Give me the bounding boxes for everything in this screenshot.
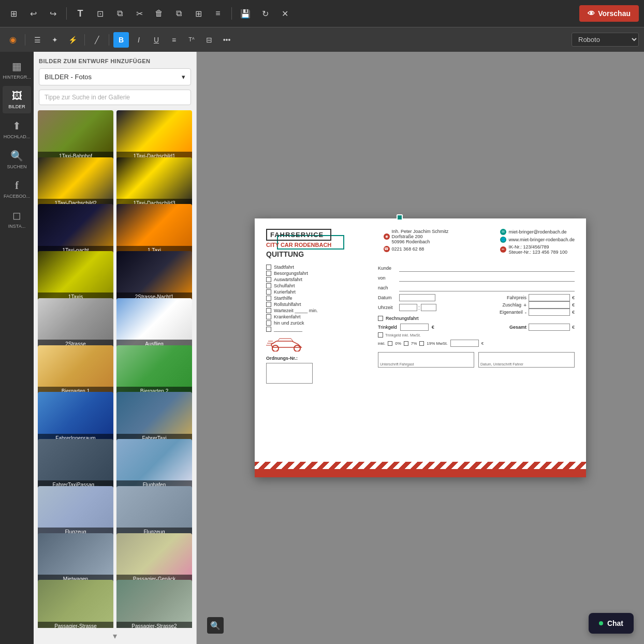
input-nach[interactable] [399, 284, 575, 291]
close-icon[interactable]: ✕ [276, 5, 293, 22]
image-item[interactable]: 2Strasse-Nacht1 [116, 251, 192, 301]
preview-button[interactable]: 👁 Vorschau [579, 5, 639, 22]
copy-icon[interactable]: ⧉ [111, 5, 128, 22]
panel-search[interactable]: Tippe zur Suche in der Gallerie [39, 90, 191, 105]
image-item[interactable]: FahrerInnenraum [38, 392, 113, 442]
input-kunde[interactable] [399, 265, 575, 272]
image-item[interactable]: Biergarten 1 [38, 345, 113, 396]
redo-icon[interactable]: ↪ [45, 5, 61, 22]
input-datum[interactable] [399, 294, 435, 301]
checkbox[interactable] [266, 327, 271, 332]
checkbox[interactable] [266, 283, 271, 288]
color-icon[interactable]: ◉ [5, 32, 21, 48]
label-eigenanteil: Eigenanteil [500, 310, 523, 315]
cb-mwst7[interactable] [404, 341, 408, 346]
cb-mwst19[interactable] [419, 341, 424, 346]
sig-fahrer-box: Datum, Unterschrift Fahrer [478, 352, 575, 368]
layers-icon[interactable]: ≡ [210, 5, 226, 22]
image-item[interactable]: 1Taxis [38, 251, 113, 301]
sidebar-item-search[interactable]: 🔍 SUCHEN [3, 145, 31, 173]
canvas-area[interactable]: FAHRSERVICE CITY CAR RODENBACH QUITTUNG … [197, 52, 644, 644]
sidebar-item-instagram[interactable]: ◻ INSTA... [3, 205, 31, 233]
image-item[interactable]: 1Taxi-nacht [38, 204, 113, 254]
font-selector[interactable]: Roboto [572, 33, 639, 47]
image-item[interactable]: FahrerTaxi [116, 392, 192, 442]
checkbox-label: Stadtfahrt [274, 265, 294, 270]
sidebar-label-images: BILDER [8, 104, 25, 109]
checkbox[interactable] [266, 302, 271, 307]
image-item[interactable]: Passagier-Strasse2 [116, 580, 192, 628]
image-item[interactable]: Biergarten 2 [116, 345, 192, 396]
checkbox-label: Auswärtsfahrt [274, 277, 302, 282]
text-icon[interactable]: T [72, 5, 89, 22]
checkbox[interactable] [266, 314, 271, 319]
input-eigenanteil[interactable] [529, 309, 570, 316]
text-size-icon[interactable]: Tᴬ [184, 32, 199, 48]
image-item[interactable]: 1Taxi-Bahnhof [38, 110, 113, 160]
paste-icon[interactable]: ⧉ [170, 5, 187, 22]
refresh-icon[interactable]: ↻ [257, 5, 273, 22]
undo-icon[interactable]: ↩ [25, 5, 41, 22]
arrange-icon[interactable]: ⊞ [190, 5, 207, 22]
scissors-icon[interactable]: ✂ [131, 5, 148, 22]
text-box-icon[interactable]: ⊟ [201, 32, 217, 48]
order-input-box[interactable] [266, 363, 313, 384]
sidebar-item-images[interactable]: 🖼 BILDER [3, 86, 31, 113]
qr-icon[interactable]: ⊞ [5, 5, 22, 22]
image-item[interactable]: Flugzeug [38, 486, 113, 536]
sidebar-item-background[interactable]: ▦ HINTERGR... [3, 56, 31, 84]
image-item[interactable]: Flugzeug [116, 486, 192, 536]
image-item[interactable]: 1Taxi-Dachschild3 [116, 157, 192, 208]
input-uhrzeit-m[interactable] [421, 304, 436, 311]
flash-icon[interactable]: ⚡ [65, 32, 80, 48]
input-fahrpreis[interactable] [529, 294, 570, 301]
checkbox[interactable] [266, 296, 271, 301]
text-align-icon[interactable]: ≡ [166, 32, 182, 48]
checkbox[interactable] [266, 308, 271, 313]
cb-mwst0[interactable] [388, 341, 392, 346]
input-zuschlag[interactable] [529, 301, 570, 309]
eraser-icon[interactable]: ╱ [89, 32, 105, 48]
image-item[interactable]: Passagier-Strasse [38, 580, 113, 628]
image-item[interactable]: FahrerTaxiPassag... [38, 439, 113, 489]
input-mwst[interactable] [450, 340, 479, 347]
sparkle-icon[interactable]: ✦ [47, 32, 63, 48]
bold-button[interactable]: B [113, 32, 129, 48]
image-item[interactable]: 1Taxi-Dachschild1 [116, 110, 192, 160]
crop-icon[interactable]: ⊡ [92, 5, 108, 22]
contact-row-address: ◉ Inh. Peter Joachim Schmitz Dorfstraße … [384, 229, 449, 244]
image-item[interactable]: 1Taxi-Dachschild2 [38, 157, 113, 208]
chat-button[interactable]: Chat [589, 613, 634, 634]
image-item[interactable]: Passagier-Gepäck [116, 533, 192, 583]
checkbox[interactable] [266, 277, 271, 282]
panel-dropdown[interactable]: BILDER - Fotos ▾ [39, 68, 191, 85]
input-trinkgeld[interactable] [400, 324, 429, 331]
image-item[interactable]: 1 Taxi [116, 204, 192, 254]
image-item[interactable]: Ausflieg [116, 298, 192, 348]
dropdown-label: BILDER - Fotos [45, 73, 92, 81]
align-icon[interactable]: ☰ [30, 32, 45, 48]
image-item[interactable]: Mietwagen [38, 533, 113, 583]
minus-sign: - [525, 310, 526, 315]
receipt: FAHRSERVICE CITY CAR RODENBACH QUITTUNG … [255, 218, 586, 384]
datum-uhrzeit-section: Datum Uhrzeit : [378, 294, 575, 316]
image-item[interactable]: Flughafen [116, 439, 192, 489]
cb-trinkgeld-inkl[interactable] [378, 332, 383, 338]
save-icon[interactable]: 💾 [237, 5, 254, 22]
delete-icon[interactable]: 🗑 [151, 5, 167, 22]
zoom-out-button[interactable]: 🔍 [207, 617, 224, 634]
checkbox[interactable] [266, 271, 271, 276]
checkbox[interactable] [266, 265, 271, 270]
input-uhrzeit-h[interactable] [399, 304, 417, 311]
image-item[interactable]: 2Strasse [38, 298, 113, 348]
input-gesamt[interactable] [529, 324, 570, 331]
italic-button[interactable]: I [131, 32, 147, 48]
checkbox[interactable] [266, 289, 271, 295]
cb-rechnungsfahrt[interactable] [378, 316, 383, 321]
checkbox[interactable] [266, 320, 271, 326]
underline-button[interactable]: U [149, 32, 164, 48]
more-icon[interactable]: ••• [219, 32, 235, 48]
input-von[interactable] [399, 274, 575, 282]
sidebar-item-upload[interactable]: ⬆ HOCHLAD... [3, 115, 31, 143]
sidebar-item-facebook[interactable]: f FACEBOO... [3, 175, 31, 203]
